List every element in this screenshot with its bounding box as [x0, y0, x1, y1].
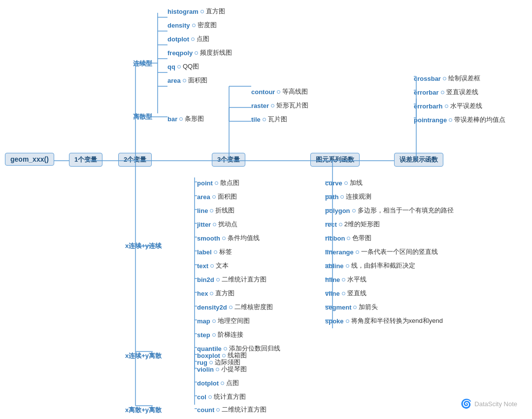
list-item: area面积图 — [197, 192, 237, 201]
list-item: dotplot点图 — [167, 35, 209, 43]
dot-icon — [208, 395, 212, 399]
node-box: 误差展示函数 — [394, 153, 443, 167]
continuous-label: 连续型 — [133, 59, 152, 68]
list-item: smooth条件均值线 — [197, 234, 260, 243]
discrete-label: 离散型 — [133, 112, 152, 121]
dot-icon — [195, 51, 198, 55]
list-item: density2d二维核密度图 — [197, 303, 273, 312]
list-item: area面积图 — [167, 76, 207, 85]
list-item: jitter扰动点 — [197, 220, 237, 229]
list-item: abline线，由斜率和截距决定 — [325, 261, 415, 270]
list-item: crossbar绘制误差框 — [414, 74, 480, 83]
list-item: linerange一条代表一个区间的竖直线 — [325, 247, 438, 256]
list-item: boxplot线箱图 — [197, 351, 247, 360]
dot-icon — [445, 105, 448, 108]
list-item: violin小提琴图 — [197, 365, 247, 374]
list-item: rect2维的矩形图 — [325, 220, 380, 229]
list-item: tile瓦片图 — [251, 115, 287, 124]
dot-icon — [443, 77, 446, 80]
dot-icon — [271, 104, 274, 107]
dot-icon — [346, 264, 349, 268]
dot-icon — [210, 264, 214, 268]
dot-icon — [212, 195, 216, 199]
dot-icon — [342, 278, 345, 281]
dot-icon — [216, 368, 219, 371]
dot-icon — [192, 24, 196, 27]
list-item: bin2d二维统计直方图 — [197, 275, 266, 284]
list-item: segment加箭头 — [325, 303, 378, 312]
x-cont-y-disc-label: x连续+y离散 — [125, 351, 162, 360]
dot-icon — [216, 278, 220, 281]
list-item: step阶梯连接 — [197, 330, 243, 339]
list-item: errorbar竖直误差线 — [414, 88, 478, 97]
dot-icon — [356, 250, 359, 254]
dot-icon — [214, 250, 217, 254]
dot-icon — [263, 118, 266, 121]
watermark-text: DataScity Note — [474, 400, 517, 408]
dot-icon — [212, 319, 216, 323]
list-item: count二维统计直方图 — [197, 405, 266, 414]
list-item: path连接观测 — [325, 192, 371, 201]
dot-icon — [212, 333, 216, 337]
dot-icon — [353, 306, 357, 309]
dot-icon — [210, 292, 213, 295]
dot-icon — [177, 65, 181, 69]
dot-icon — [222, 354, 226, 357]
node-box: geom_xxx() — [5, 153, 54, 166]
list-item: text文本 — [197, 261, 229, 270]
list-item: freqpoly频度折线图 — [167, 48, 232, 57]
list-item: point散点图 — [197, 178, 239, 187]
dot-icon — [352, 209, 356, 212]
dot-icon — [191, 37, 195, 41]
list-item: line折线图 — [197, 206, 234, 215]
list-item: qqQQ图 — [167, 62, 199, 71]
dot-icon — [183, 79, 186, 82]
node-box: 2个变量 — [118, 153, 152, 167]
list-item: hex直方图 — [197, 289, 234, 298]
x-disc-y-disc-label: x离散+y离散 — [125, 406, 162, 415]
dot-icon — [339, 223, 342, 226]
list-item: pointrange带误差棒的均值点 — [414, 115, 505, 124]
dot-icon — [277, 90, 280, 94]
list-item: hline水平线 — [325, 275, 366, 284]
list-item: vline竖直线 — [325, 289, 366, 298]
dot-icon — [344, 181, 348, 185]
dot-icon — [221, 382, 224, 385]
dot-icon — [347, 237, 350, 240]
dot-icon — [449, 118, 452, 122]
dot-icon — [222, 237, 226, 240]
watermark: 🌀 DataScity Note — [461, 398, 517, 409]
dot-icon — [210, 209, 213, 212]
list-item: histogram直方图 — [167, 7, 225, 16]
dot-icon — [200, 10, 204, 13]
dot-icon — [179, 117, 183, 121]
list-item: contour等高线图 — [251, 87, 308, 96]
list-item: raster矩形瓦片图 — [251, 101, 308, 110]
list-item: ribbon色带图 — [325, 234, 371, 243]
dot-icon — [215, 181, 218, 185]
dot-icon — [213, 223, 216, 226]
list-item: spoke将角度和半径转换为xend和yend — [325, 316, 443, 325]
list-item: bar条形图 — [167, 114, 204, 123]
list-item: dotplot点图 — [197, 379, 239, 387]
dot-icon — [216, 408, 220, 412]
dot-icon — [441, 91, 444, 94]
list-item: polygon多边形，相当于一个有填充的路径 — [325, 206, 454, 215]
dot-icon — [346, 319, 349, 323]
node-box: 3个变量 — [212, 153, 245, 167]
dot-icon — [229, 306, 233, 309]
x-cont-y-cont-label: x连续+y连续 — [125, 242, 162, 250]
list-item: label标签 — [197, 247, 232, 256]
list-item: errorbarh水平误差线 — [414, 102, 482, 110]
dot-icon — [342, 292, 345, 295]
node-box: 图元系列函数 — [310, 153, 360, 167]
list-item: col统计直方图 — [197, 392, 246, 401]
dot-icon — [209, 361, 213, 364]
dot-icon — [340, 195, 344, 199]
list-item: curve加线 — [325, 178, 363, 187]
dot-icon — [224, 347, 227, 350]
watermark-icon: 🌀 — [461, 398, 471, 409]
list-item: density密度图 — [167, 21, 217, 30]
list-item: map地理空间图 — [197, 316, 250, 325]
node-box: 1个变量 — [69, 153, 102, 167]
